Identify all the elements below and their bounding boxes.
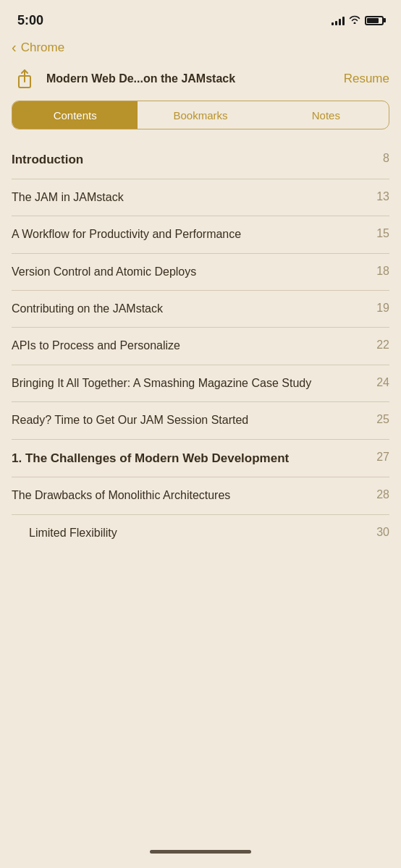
toc-title: A Workflow for Productivity and Performa…: [12, 226, 372, 242]
toc-title: Limited Flexibility: [12, 525, 372, 541]
tab-contents[interactable]: Contents: [12, 101, 138, 129]
toc-item[interactable]: Version Control and Atomic Deploys18: [12, 254, 389, 291]
status-icons: [332, 14, 384, 26]
signal-icon: [332, 15, 345, 25]
back-button[interactable]: ‹ Chrome: [12, 39, 64, 56]
toc-item[interactable]: Limited Flexibility30: [12, 515, 389, 551]
toc-item[interactable]: Bringing It All Together: A Smashing Mag…: [12, 365, 389, 402]
toc-title: Bringing It All Together: A Smashing Mag…: [12, 375, 372, 391]
toc-item[interactable]: Contributing on the JAMstack19: [12, 291, 389, 328]
wifi-icon: [349, 14, 360, 26]
toc-page-number: 18: [372, 264, 389, 278]
toc-page-number: 8: [372, 151, 389, 165]
toc-title: The Drawbacks of Monolithic Architecture…: [12, 488, 372, 503]
book-title: Modern Web De...on the JAMstack: [46, 72, 335, 85]
toc-item[interactable]: Ready? Time to Get Our JAM Session Start…: [12, 402, 389, 439]
toc-page-number: 13: [372, 190, 389, 203]
toc-page-number: 19: [372, 301, 389, 315]
resume-button[interactable]: Resume: [344, 72, 389, 86]
battery-fill: [367, 18, 379, 23]
toc-page-number: 15: [372, 226, 389, 240]
battery-icon: [365, 16, 384, 25]
toc-page-number: 28: [372, 488, 389, 501]
nav-bar: ‹ Chrome: [0, 36, 401, 61]
toc-item[interactable]: The Drawbacks of Monolithic Architecture…: [12, 477, 389, 514]
toc-item[interactable]: The JAM in JAMstack13: [12, 179, 389, 216]
toc-title: Ready? Time to Get Our JAM Session Start…: [12, 412, 372, 428]
toc-page-number: 27: [372, 450, 389, 464]
toc-item[interactable]: APIs to Process and Personalize22: [12, 328, 389, 365]
home-indicator: [150, 850, 251, 854]
toc-title: 1. The Challenges of Modern Web Developm…: [12, 450, 372, 467]
back-chevron-icon: ‹: [12, 39, 17, 56]
toc-page-number: 22: [372, 338, 389, 352]
status-time: 5:00: [17, 13, 43, 28]
toc-title: Contributing on the JAMstack: [12, 301, 372, 317]
header: Modern Web De...on the JAMstack Resume: [0, 61, 401, 101]
toc-title: Version Control and Atomic Deploys: [12, 264, 372, 280]
tabs-container: Contents Bookmarks Notes: [12, 101, 389, 129]
back-label: Chrome: [21, 41, 64, 55]
toc-title: The JAM in JAMstack: [12, 190, 372, 205]
tab-bookmarks[interactable]: Bookmarks: [138, 101, 263, 129]
toc-title: Introduction: [12, 151, 372, 169]
toc-title: APIs to Process and Personalize: [12, 338, 372, 354]
toc-item[interactable]: 1. The Challenges of Modern Web Developm…: [12, 440, 389, 478]
toc-page-number: 30: [372, 525, 389, 539]
tab-notes[interactable]: Notes: [263, 101, 389, 129]
toc-list: Introduction8The JAM in JAMstack13A Work…: [0, 141, 401, 551]
toc-page-number: 25: [372, 412, 389, 426]
toc-item[interactable]: Introduction8: [12, 141, 389, 179]
status-bar: 5:00: [0, 0, 401, 36]
toc-page-number: 24: [372, 375, 389, 389]
toc-item[interactable]: A Workflow for Productivity and Performa…: [12, 216, 389, 253]
share-button[interactable]: [12, 66, 38, 92]
